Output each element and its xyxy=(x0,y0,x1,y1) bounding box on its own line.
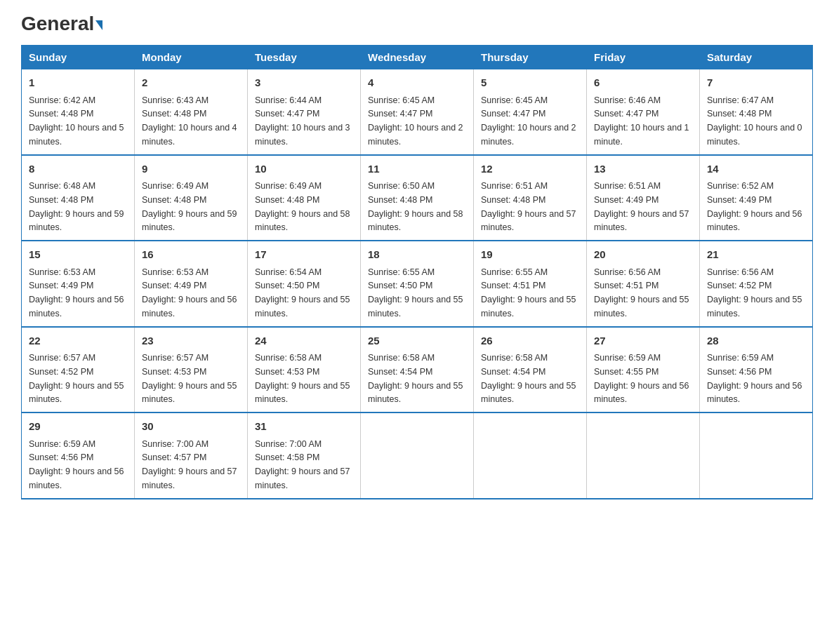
day-sunset: Sunset: 4:52 PM xyxy=(29,367,93,377)
day-sunset: Sunset: 4:57 PM xyxy=(142,452,206,462)
day-sunset: Sunset: 4:53 PM xyxy=(142,367,206,377)
calendar-week-row: 8Sunrise: 6:48 AMSunset: 4:48 PMDaylight… xyxy=(22,155,813,241)
day-number: 15 xyxy=(29,247,127,263)
day-number: 3 xyxy=(255,75,353,91)
day-sunrise: Sunrise: 6:45 AM xyxy=(368,95,435,105)
day-sunrise: Sunrise: 7:00 AM xyxy=(142,439,208,449)
day-sunrise: Sunrise: 6:42 AM xyxy=(29,95,95,105)
calendar-cell: 31Sunrise: 7:00 AMSunset: 4:58 PMDayligh… xyxy=(248,412,361,499)
calendar-cell: 13Sunrise: 6:51 AMSunset: 4:49 PMDayligh… xyxy=(587,155,700,241)
calendar-cell: 23Sunrise: 6:57 AMSunset: 4:53 PMDayligh… xyxy=(135,327,248,413)
day-number: 18 xyxy=(368,247,466,263)
day-number: 1 xyxy=(29,75,127,91)
calendar-cell: 1Sunrise: 6:42 AMSunset: 4:48 PMDaylight… xyxy=(22,69,135,155)
calendar-cell xyxy=(587,412,700,499)
calendar-cell: 6Sunrise: 6:46 AMSunset: 4:47 PMDaylight… xyxy=(587,69,700,155)
day-number: 24 xyxy=(255,333,353,349)
day-sunrise: Sunrise: 6:51 AM xyxy=(594,181,661,191)
day-sunset: Sunset: 4:48 PM xyxy=(707,109,772,119)
day-sunset: Sunset: 4:49 PM xyxy=(594,195,658,205)
day-number: 26 xyxy=(481,333,579,349)
day-daylight: Daylight: 9 hours and 56 minutes. xyxy=(707,209,802,233)
col-thursday: Thursday xyxy=(474,46,587,69)
day-number: 12 xyxy=(481,161,579,177)
day-number: 20 xyxy=(594,247,692,263)
day-daylight: Daylight: 10 hours and 4 minutes. xyxy=(142,123,237,147)
day-sunset: Sunset: 4:56 PM xyxy=(29,452,93,462)
day-daylight: Daylight: 9 hours and 55 minutes. xyxy=(368,295,463,318)
day-sunrise: Sunrise: 6:43 AM xyxy=(142,95,208,105)
col-friday: Friday xyxy=(587,46,700,69)
day-daylight: Daylight: 9 hours and 55 minutes. xyxy=(368,381,463,405)
day-sunset: Sunset: 4:50 PM xyxy=(368,281,432,290)
day-daylight: Daylight: 10 hours and 2 minutes. xyxy=(368,123,463,147)
day-sunrise: Sunrise: 6:56 AM xyxy=(707,267,774,277)
day-daylight: Daylight: 9 hours and 55 minutes. xyxy=(707,295,802,318)
day-daylight: Daylight: 9 hours and 59 minutes. xyxy=(142,209,237,233)
logo: General xyxy=(21,14,102,31)
day-number: 7 xyxy=(707,75,805,91)
day-sunrise: Sunrise: 6:44 AM xyxy=(255,95,322,105)
day-daylight: Daylight: 9 hours and 59 minutes. xyxy=(29,209,124,233)
day-sunset: Sunset: 4:51 PM xyxy=(594,281,658,290)
day-sunrise: Sunrise: 6:48 AM xyxy=(29,181,95,191)
calendar-week-row: 15Sunrise: 6:53 AMSunset: 4:49 PMDayligh… xyxy=(22,241,813,327)
day-daylight: Daylight: 9 hours and 57 minutes. xyxy=(594,209,689,233)
calendar-cell: 22Sunrise: 6:57 AMSunset: 4:52 PMDayligh… xyxy=(22,327,135,413)
calendar-week-row: 1Sunrise: 6:42 AMSunset: 4:48 PMDaylight… xyxy=(22,69,813,155)
calendar-cell: 26Sunrise: 6:58 AMSunset: 4:54 PMDayligh… xyxy=(474,327,587,413)
calendar-cell: 10Sunrise: 6:49 AMSunset: 4:48 PMDayligh… xyxy=(248,155,361,241)
day-sunset: Sunset: 4:48 PM xyxy=(368,195,432,205)
col-tuesday: Tuesday xyxy=(248,46,361,69)
day-sunrise: Sunrise: 6:55 AM xyxy=(481,267,548,277)
day-sunset: Sunset: 4:49 PM xyxy=(142,281,206,290)
day-number: 31 xyxy=(255,419,353,435)
day-daylight: Daylight: 9 hours and 57 minutes. xyxy=(142,467,237,490)
day-daylight: Daylight: 10 hours and 1 minute. xyxy=(594,123,689,147)
calendar-cell: 24Sunrise: 6:58 AMSunset: 4:53 PMDayligh… xyxy=(248,327,361,413)
day-sunset: Sunset: 4:48 PM xyxy=(29,109,93,119)
day-sunset: Sunset: 4:58 PM xyxy=(255,452,319,462)
day-daylight: Daylight: 9 hours and 58 minutes. xyxy=(368,209,463,233)
day-sunset: Sunset: 4:48 PM xyxy=(255,195,319,205)
day-sunset: Sunset: 4:48 PM xyxy=(142,109,206,119)
col-monday: Monday xyxy=(135,46,248,69)
calendar-cell: 9Sunrise: 6:49 AMSunset: 4:48 PMDaylight… xyxy=(135,155,248,241)
calendar-cell xyxy=(474,412,587,499)
calendar-cell: 21Sunrise: 6:56 AMSunset: 4:52 PMDayligh… xyxy=(700,241,813,327)
calendar-table: Sunday Monday Tuesday Wednesday Thursday… xyxy=(21,45,813,499)
calendar-cell: 25Sunrise: 6:58 AMSunset: 4:54 PMDayligh… xyxy=(361,327,474,413)
day-sunset: Sunset: 4:47 PM xyxy=(368,109,432,119)
day-number: 10 xyxy=(255,161,353,177)
calendar-cell: 8Sunrise: 6:48 AMSunset: 4:48 PMDaylight… xyxy=(22,155,135,241)
day-daylight: Daylight: 9 hours and 57 minutes. xyxy=(255,467,350,490)
day-number: 17 xyxy=(255,247,353,263)
day-number: 22 xyxy=(29,333,127,349)
day-number: 16 xyxy=(142,247,240,263)
calendar-cell: 4Sunrise: 6:45 AMSunset: 4:47 PMDaylight… xyxy=(361,69,474,155)
calendar-cell: 14Sunrise: 6:52 AMSunset: 4:49 PMDayligh… xyxy=(700,155,813,241)
day-daylight: Daylight: 9 hours and 55 minutes. xyxy=(481,381,576,405)
page-header: General xyxy=(21,14,813,31)
day-sunrise: Sunrise: 6:56 AM xyxy=(594,267,661,277)
day-daylight: Daylight: 9 hours and 56 minutes. xyxy=(142,295,237,318)
day-number: 25 xyxy=(368,333,466,349)
day-number: 30 xyxy=(142,419,240,435)
day-daylight: Daylight: 9 hours and 55 minutes. xyxy=(481,295,576,318)
logo-general: General xyxy=(21,13,94,34)
calendar-header-row: Sunday Monday Tuesday Wednesday Thursday… xyxy=(22,46,813,69)
day-sunrise: Sunrise: 7:00 AM xyxy=(255,439,322,449)
day-sunset: Sunset: 4:50 PM xyxy=(255,281,319,290)
calendar-cell: 19Sunrise: 6:55 AMSunset: 4:51 PMDayligh… xyxy=(474,241,587,327)
day-number: 29 xyxy=(29,419,127,435)
day-sunrise: Sunrise: 6:52 AM xyxy=(707,181,774,191)
calendar-week-row: 29Sunrise: 6:59 AMSunset: 4:56 PMDayligh… xyxy=(22,412,813,499)
day-number: 2 xyxy=(142,75,240,91)
day-sunrise: Sunrise: 6:57 AM xyxy=(29,353,95,363)
day-number: 9 xyxy=(142,161,240,177)
calendar-week-row: 22Sunrise: 6:57 AMSunset: 4:52 PMDayligh… xyxy=(22,327,813,413)
day-number: 13 xyxy=(594,161,692,177)
day-sunrise: Sunrise: 6:55 AM xyxy=(368,267,435,277)
day-number: 23 xyxy=(142,333,240,349)
col-wednesday: Wednesday xyxy=(361,46,474,69)
